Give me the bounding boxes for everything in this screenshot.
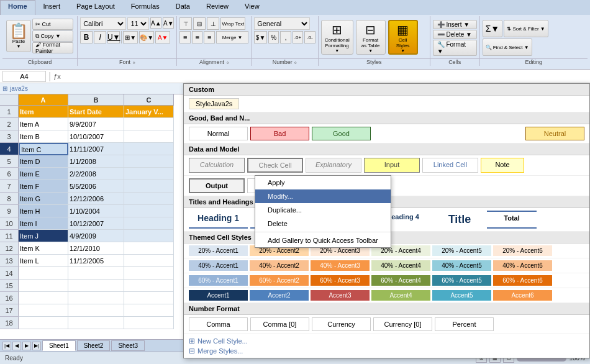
grid-cell[interactable]	[124, 193, 174, 205]
style-accent5[interactable]: Accent5	[432, 290, 491, 301]
style-percent[interactable]: Percent	[435, 317, 494, 331]
style-comma[interactable]: Comma	[189, 317, 248, 331]
style-accent2-60[interactable]: 60% - Accent2	[250, 275, 309, 286]
function-icon[interactable]: ƒx	[53, 73, 61, 80]
context-menu-item-apply[interactable]: Apply	[255, 176, 391, 189]
style-accent3-40[interactable]: 40% - Accent3	[311, 260, 370, 271]
delete-button[interactable]: ➖ Delete ▼	[433, 30, 477, 39]
col-header-a[interactable]: A	[19, 94, 68, 106]
grid-cell[interactable]: Item B	[19, 130, 68, 143]
grid-cell[interactable]: Item H	[19, 205, 68, 217]
col-header-b[interactable]: B	[68, 94, 124, 106]
nav-arrow-next[interactable]: ▶	[22, 342, 31, 350]
border-button[interactable]: ⊞▼	[123, 31, 138, 43]
style-good[interactable]: Good	[312, 127, 371, 140]
paste-button[interactable]: 📋 Paste ▼	[6, 20, 31, 52]
grid-cell[interactable]: Item A	[19, 118, 68, 130]
cut-button[interactable]: ✂ Cut	[32, 19, 73, 30]
sheet-tab-2[interactable]: Sheet2	[77, 340, 111, 351]
style-accent4-40[interactable]: 40% - Accent4	[371, 260, 430, 271]
grid-cell[interactable]	[124, 118, 174, 130]
wrap-text-button[interactable]: Wrap Text	[220, 17, 245, 30]
find-select-button[interactable]: 🔍 Find & Select ▼	[483, 39, 532, 56]
nav-arrow-last[interactable]: ▶|	[32, 342, 41, 350]
underline-button[interactable]: U▼	[107, 31, 120, 43]
align-left-button[interactable]: ≡	[179, 31, 191, 43]
sheet-tab-3[interactable]: Sheet3	[111, 340, 145, 351]
grid-cell[interactable]: Item F	[19, 180, 68, 193]
nav-arrow-prev[interactable]: ◀	[12, 342, 21, 350]
grid-cell-selected[interactable]: Item C	[19, 143, 68, 155]
fill-color-button[interactable]: 🎨▼	[139, 31, 154, 43]
style-check-cell[interactable]: Check Cell	[247, 158, 303, 173]
style-accent5-40[interactable]: 40% - Accent5	[432, 260, 491, 271]
sheet-tab-1[interactable]: Sheet1	[42, 340, 76, 351]
insert-button[interactable]: ➕ Insert ▼	[433, 20, 477, 29]
style-accent6-60[interactable]: 60% - Accent6	[493, 275, 552, 286]
tab-insert[interactable]: Insert	[35, 0, 69, 15]
style-accent6-20[interactable]: 20% - Accent6	[493, 245, 552, 256]
style-currency[interactable]: Currency	[312, 317, 371, 331]
grid-cell[interactable]	[124, 255, 174, 267]
merge-cells-button[interactable]: Merge ▼	[216, 31, 248, 43]
tab-view[interactable]: View	[237, 0, 268, 15]
grid-cell[interactable]	[124, 130, 174, 143]
bold-button[interactable]: B	[80, 31, 93, 43]
cell-styles-button[interactable]: ▦ Cell Styles ▼	[388, 20, 418, 55]
style-accent4[interactable]: Accent4	[371, 290, 430, 301]
grid-cell[interactable]: Item G	[19, 193, 68, 205]
format-painter-button[interactable]: 🖌 Format Painter	[32, 42, 73, 53]
copy-button[interactable]: ⧉ Copy ▼	[32, 30, 73, 42]
tab-formulas[interactable]: Formulas	[123, 0, 168, 15]
align-middle-button[interactable]: ⊟	[193, 17, 206, 30]
grid-cell[interactable]	[124, 217, 174, 230]
style-explanatory[interactable]: Explanatory	[306, 158, 361, 173]
grid-cell[interactable]: 12/12/2006	[68, 193, 124, 205]
context-menu-item-modify[interactable]: Modify...	[255, 189, 391, 203]
style-total[interactable]: Total	[487, 211, 537, 229]
autosum-button[interactable]: Σ▼	[483, 20, 503, 37]
context-menu-item-delete[interactable]: Delete	[255, 217, 391, 230]
style-comma-0[interactable]: Comma [0]	[250, 317, 309, 331]
grid-cell[interactable]: Item E	[19, 168, 68, 180]
grid-cell[interactable]: 9/9/2007	[68, 118, 124, 130]
style-accent4-60[interactable]: 60% - Accent4	[371, 275, 430, 286]
style-output[interactable]: Output	[189, 178, 245, 193]
align-bottom-button[interactable]: ⊥	[207, 17, 219, 30]
grid-cell[interactable]	[124, 168, 174, 180]
grid-cell[interactable]: 2/2/2008	[68, 168, 124, 180]
style-accent1[interactable]: Accent1	[189, 290, 248, 301]
decrease-decimal-button[interactable]: .0-	[304, 31, 315, 43]
align-top-button[interactable]: ⊤	[179, 17, 192, 30]
grid-cell[interactable]: Item J	[19, 230, 68, 242]
style-neutral[interactable]: Neutral	[525, 127, 584, 140]
increase-font-button[interactable]: A▲	[150, 17, 161, 29]
style-accent6[interactable]: Accent6	[493, 290, 552, 301]
grid-cell[interactable]	[124, 180, 174, 193]
tab-review[interactable]: Review	[198, 0, 237, 15]
grid-cell[interactable]	[124, 205, 174, 217]
style-calculation[interactable]: Calculation	[189, 158, 245, 173]
percent-button[interactable]: %	[268, 31, 279, 43]
grid-cell[interactable]: 11/11/2007	[68, 143, 124, 155]
style-linked-cell[interactable]: Linked Cell	[422, 158, 478, 173]
style-accent6-40[interactable]: 40% - Accent6	[493, 260, 552, 271]
style-accent5-60[interactable]: 60% - Accent5	[432, 275, 491, 286]
nav-arrow-first[interactable]: |◀	[2, 342, 11, 350]
style-accent2-40[interactable]: 40% - Accent2	[250, 260, 309, 271]
grid-cell[interactable]	[124, 242, 174, 255]
style-accent1-60[interactable]: 60% - Accent1	[189, 275, 248, 286]
context-menu-item-duplicate[interactable]: Duplicate...	[255, 203, 391, 217]
grid-cell[interactable]: 4/9/2009	[68, 230, 124, 242]
style-java2s[interactable]: StyleJava2s	[189, 98, 239, 109]
grid-cell[interactable]: 5/5/2006	[68, 180, 124, 193]
font-color-button[interactable]: A▼	[155, 31, 170, 43]
merge-styles-link[interactable]: Merge Styles...	[197, 347, 243, 355]
grid-cell[interactable]: 12/1/2010	[68, 242, 124, 255]
decrease-font-button[interactable]: A▼	[163, 17, 174, 29]
style-accent3[interactable]: Accent3	[311, 290, 370, 301]
style-input[interactable]: Input	[364, 158, 420, 173]
style-accent2[interactable]: Accent2	[250, 290, 309, 301]
format-as-table-button[interactable]: ⊟ Format as Table ▼	[356, 20, 386, 55]
format-button[interactable]: 🔧 Format ▼	[433, 40, 477, 56]
